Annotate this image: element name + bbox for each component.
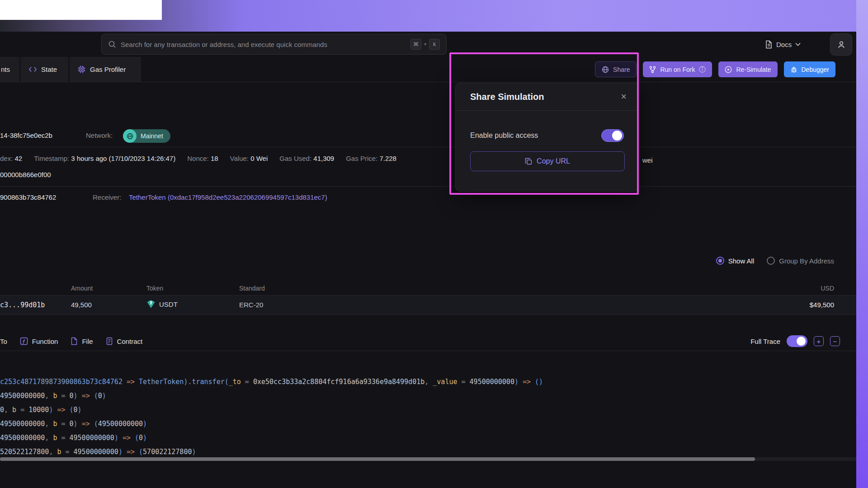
shortcut-plus: +: [424, 41, 427, 47]
radio-unselected-icon: [767, 257, 775, 265]
tab-label: Gas Profiler: [90, 66, 126, 73]
radio-group-by-address[interactable]: Group By Address: [767, 257, 834, 265]
public-access-toggle[interactable]: [601, 129, 624, 142]
function-icon: [20, 337, 28, 345]
column-header-usd: USD: [821, 285, 834, 292]
transaction-id: 14-38fc75e0ec2b: [0, 131, 52, 139]
divider: [0, 147, 856, 147]
modal-header: Share Simulation ×: [456, 83, 638, 111]
gas-price-unit-fragment: wei: [642, 156, 653, 164]
person-icon: [837, 40, 846, 49]
tab-state[interactable]: State: [21, 57, 68, 82]
contract-toggle-button[interactable]: Contract: [106, 337, 143, 345]
tab-label: nts: [1, 66, 10, 73]
action-buttons: Share Run on Fork: [595, 61, 835, 77]
horizontal-scrollbar-track[interactable]: [0, 457, 856, 461]
field-label: Gas Used:: [279, 155, 311, 162]
transfers-table-header: Amount Token Standard USD: [0, 285, 856, 295]
column-header-amount: Amount: [71, 285, 93, 292]
trace-toolbar: To Function: [0, 333, 856, 349]
collapse-all-button[interactable]: −: [830, 336, 840, 346]
search-placeholder: Search for any transaction or address, a…: [121, 41, 410, 48]
debugger-button[interactable]: Debugger: [784, 61, 836, 77]
run-on-fork-button[interactable]: Run on Fork: [643, 61, 712, 77]
docs-label: Docs: [776, 41, 792, 48]
globe-icon: [602, 66, 609, 73]
radio-show-all[interactable]: Show All: [716, 257, 755, 265]
field-value: 3 hours ago (17/10/2023 14:26:47): [71, 155, 175, 162]
receiver-label: Receiver:: [93, 193, 121, 201]
trace-line: 49500000000, b = 0) => (0): [0, 389, 856, 403]
docs-menu[interactable]: Docs: [765, 38, 801, 51]
tool-label: File: [82, 338, 93, 345]
debugger-label: Debugger: [802, 66, 830, 73]
cmd-key-icon: ⌘: [410, 39, 421, 50]
divider: [0, 351, 856, 351]
file-toggle-button[interactable]: File: [71, 337, 93, 345]
radio-label: Group By Address: [779, 257, 834, 265]
purple-gradient-right: [856, 0, 868, 488]
network-badge: Mainnet: [123, 129, 170, 143]
info-icon: [699, 66, 706, 73]
public-access-label: Enable public access: [470, 131, 538, 140]
close-icon[interactable]: ×: [621, 92, 627, 102]
run-on-fork-label: Run on Fork: [660, 66, 695, 73]
receiver-link[interactable]: TetherToken (0xdac17f958d2ee523a22062069…: [129, 193, 327, 201]
transaction-meta-row: dex: 42 Timestamp: 3 hours ago (17/10/20…: [0, 155, 396, 162]
share-label: Share: [613, 66, 630, 73]
k-key-icon: k: [429, 39, 440, 50]
fork-icon: [649, 66, 656, 73]
expand-all-button[interactable]: +: [814, 336, 824, 346]
code-brackets-icon: [29, 66, 37, 72]
svg-text:₮: ₮: [150, 301, 153, 305]
tab-gas-profiler[interactable]: Gas Profiler: [70, 57, 141, 82]
field-label: Value:: [230, 155, 249, 162]
horizontal-scrollbar-thumb[interactable]: [0, 457, 755, 461]
network-value: Mainnet: [141, 132, 163, 140]
play-circle-icon: [725, 66, 732, 73]
field-label: dex:: [0, 155, 13, 162]
trace-lines[interactable]: c253c4871789873900863b73c84762 => Tether…: [0, 375, 856, 459]
copy-icon: [525, 158, 532, 165]
copy-url-label: Copy URL: [537, 157, 570, 165]
re-simulate-button[interactable]: Re-Simulate: [718, 61, 777, 77]
amount-cell: 49,500: [71, 301, 92, 309]
account-cell: c3...99d01b: [0, 301, 45, 309]
usd-cell: $49,500: [810, 301, 834, 309]
full-trace-toggle[interactable]: [787, 335, 807, 347]
screen: Search for any transaction or address, a…: [0, 0, 868, 488]
copy-url-button[interactable]: Copy URL: [470, 151, 625, 171]
radio-selected-icon: [716, 257, 724, 265]
tool-label: Function: [32, 338, 58, 345]
chevron-down-icon: [795, 42, 801, 46]
app-window: Search for any transaction or address, a…: [0, 32, 856, 488]
share-button[interactable]: Share: [595, 61, 637, 77]
standard-cell: ERC-20: [239, 301, 263, 309]
function-toggle-button[interactable]: Function: [20, 337, 58, 345]
contract-icon: [106, 337, 113, 345]
sender-receiver-row: 900863b73c84762 Receiver: TetherToken (0…: [0, 193, 856, 204]
search-input[interactable]: Search for any transaction or address, a…: [101, 34, 447, 55]
file-icon: [71, 337, 78, 345]
column-header-token: Token: [146, 285, 163, 292]
field-value: 41,309: [313, 155, 334, 162]
transaction-overview-row: 14-38fc75e0ec2b Network: Mainnet: [0, 130, 856, 144]
re-simulate-label: Re-Simulate: [736, 66, 771, 73]
share-simulation-modal: Share Simulation × Enable public access …: [455, 83, 639, 192]
radio-label: Show All: [728, 257, 755, 265]
column-header-standard: Standard: [239, 285, 265, 292]
token-symbol: USDT: [159, 300, 178, 308]
field-value: 0 Wei: [250, 155, 268, 162]
field-label: Timestamp:: [34, 155, 69, 162]
chip-icon: [78, 66, 85, 73]
toggle-knob: [797, 337, 806, 346]
field-value: 7.228: [379, 155, 396, 162]
tab-events-truncated[interactable]: nts: [0, 57, 19, 82]
modal-title: Share Simulation: [470, 92, 544, 102]
table-row[interactable]: c3...99d01b 49,500 ₮ USDT ERC-20 $49,500: [0, 295, 856, 315]
transfer-view-radios: Show All Group By Address: [716, 257, 834, 265]
to-label-truncated: To: [0, 338, 7, 345]
tab-label: State: [41, 66, 57, 73]
trace-line: 49500000000, b = 49500000000) => (0): [0, 431, 856, 445]
user-avatar-button[interactable]: [830, 33, 852, 56]
